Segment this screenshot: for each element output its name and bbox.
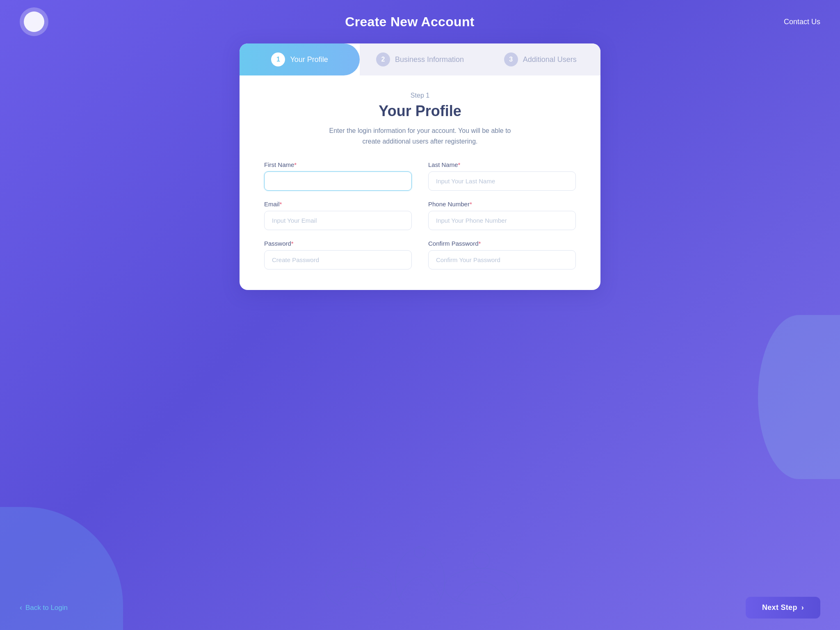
next-step-button[interactable]: Next Step › (746, 597, 820, 619)
phone-field: Phone Number* (428, 201, 576, 230)
confirm-password-required: * (479, 240, 481, 247)
confirm-password-field: Confirm Password* (428, 240, 576, 269)
chevron-right-icon: › (801, 603, 804, 612)
logo-image (24, 11, 44, 32)
step-number-1: 1 (271, 52, 285, 66)
step-tab-1[interactable]: 1 Your Profile (240, 43, 360, 75)
contact-us-link[interactable]: Contact Us (771, 18, 820, 26)
last-name-label: Last Name* (428, 161, 576, 168)
step-number-2: 2 (376, 52, 390, 66)
form-header: Step 1 Your Profile Enter the login info… (264, 92, 576, 146)
password-input[interactable] (264, 250, 412, 269)
confirm-password-input[interactable] (428, 250, 576, 269)
last-name-required: * (458, 161, 461, 168)
step-label-1: Your Profile (290, 55, 328, 64)
form-area: Step 1 Your Profile Enter the login info… (240, 75, 600, 290)
first-name-field: First Name* (264, 161, 412, 191)
back-to-login-link[interactable]: ‹ Back to Login (20, 603, 68, 612)
logo (20, 7, 48, 36)
first-name-input[interactable] (264, 171, 412, 191)
step-indicator: Step 1 (264, 92, 576, 99)
step-number-3: 3 (504, 52, 518, 66)
form-description: Enter the login information for your acc… (322, 126, 518, 146)
next-step-label: Next Step (762, 603, 797, 612)
password-field: Password* (264, 240, 412, 269)
header: Create New Account Contact Us (0, 0, 840, 43)
footer: ‹ Back to Login Next Step › (0, 585, 840, 630)
password-label: Password* (264, 240, 412, 247)
form-title: Your Profile (264, 103, 576, 120)
email-field: Email* (264, 201, 412, 230)
back-to-login-label: Back to Login (25, 604, 68, 612)
page-title: Create New Account (48, 14, 771, 30)
step-tab-3[interactable]: 3 Additional Users (480, 43, 600, 75)
step-tabs: 1 Your Profile 2 Business Information 3 … (240, 43, 600, 75)
last-name-input[interactable] (428, 171, 576, 191)
email-label: Email* (264, 201, 412, 208)
step-label-3: Additional Users (523, 55, 577, 64)
step-label-2: Business Information (395, 55, 464, 64)
email-required: * (280, 201, 282, 208)
email-input[interactable] (264, 211, 412, 230)
confirm-password-label: Confirm Password* (428, 240, 576, 247)
main-content: 1 Your Profile 2 Business Information 3 … (0, 43, 840, 585)
phone-input[interactable] (428, 211, 576, 230)
phone-label: Phone Number* (428, 201, 576, 208)
first-name-required: * (294, 161, 297, 168)
main-card: 1 Your Profile 2 Business Information 3 … (240, 43, 600, 290)
chevron-left-icon: ‹ (20, 603, 22, 612)
phone-required: * (470, 201, 472, 208)
step-tab-2[interactable]: 2 Business Information (360, 43, 480, 75)
password-required: * (291, 240, 294, 247)
last-name-field: Last Name* (428, 161, 576, 191)
form-grid: First Name* Last Name* Email* (264, 161, 576, 269)
first-name-label: First Name* (264, 161, 412, 168)
